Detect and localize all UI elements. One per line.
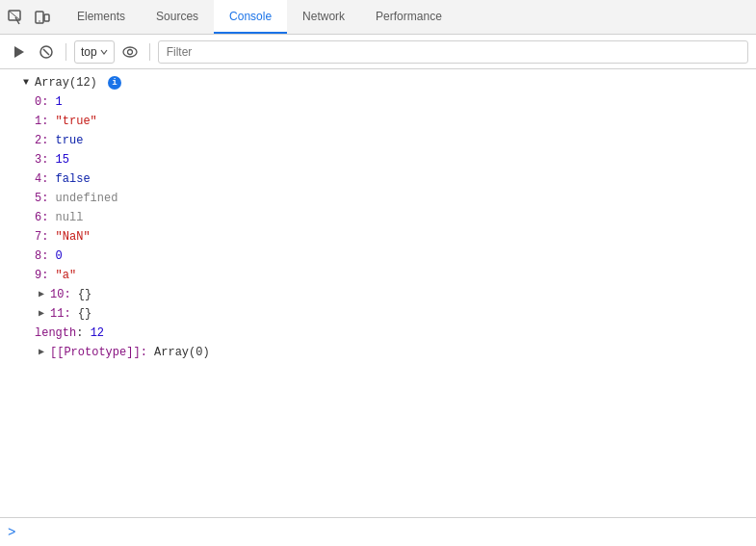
svg-point-8 [127,49,132,54]
collapse-triangle-11[interactable]: ▶ [35,305,48,323]
list-item: 2: true [0,131,756,150]
array-label: Array(12) i [35,74,121,91]
console-output: ▼ Array(12) i 0: 1 1: "true" 2: true 3: … [0,69,756,517]
tab-performance[interactable]: Performance [360,0,457,34]
console-toolbar: top [0,35,756,69]
chevron-down-icon [100,48,108,56]
clear-console-button[interactable] [8,40,31,64]
cursor-icon [8,10,23,25]
device-icon [35,10,50,25]
tab-sources[interactable]: Sources [141,0,214,34]
list-item-collapsed-11[interactable]: ▶ 11: {} [0,304,756,324]
list-item: 3: 15 [0,150,756,169]
eye-button[interactable] [118,40,142,64]
device-toolbar-button[interactable] [31,6,54,29]
collapse-triangle-prototype[interactable]: ▶ [35,344,48,361]
play-icon [13,45,26,59]
eye-icon [122,46,138,58]
list-item: 6: null [0,208,756,227]
info-badge: i [108,76,121,90]
list-item: 5: undefined [0,189,756,208]
svg-point-7 [123,47,137,57]
inspect-element-button[interactable] [4,6,27,29]
list-item: 4: false [0,169,756,189]
context-selector[interactable]: top [74,40,115,64]
svg-point-3 [39,20,40,22]
array-header[interactable]: ▼ Array(12) i [0,73,756,92]
console-input-row: > [0,517,756,546]
tab-console[interactable]: Console [214,0,287,34]
console-input[interactable] [21,526,29,539]
svg-line-6 [43,49,49,55]
prototype-row[interactable]: ▶ [[Prototype]]: Array(0) [0,343,756,362]
filter-input[interactable] [158,40,748,64]
list-item: 7: "NaN" [0,227,756,247]
tab-network[interactable]: Network [287,0,360,34]
list-item: 9: "a" [0,266,756,285]
toolbar-divider-2 [149,43,150,61]
list-item: 0: 1 [0,92,756,112]
list-item: 1: "true" [0,112,756,131]
tab-elements[interactable]: Elements [62,0,141,34]
stop-icon [39,45,53,59]
collapse-triangle-10[interactable]: ▶ [35,286,48,303]
svg-rect-2 [44,14,49,21]
toolbar-divider-1 [65,43,66,61]
devtools-icons [4,6,54,29]
console-prompt: > [8,525,15,540]
list-item-collapsed-10[interactable]: ▶ 10: {} [0,285,756,304]
length-row: length : 12 [0,324,756,343]
expand-triangle[interactable]: ▼ [19,74,33,91]
tabs-bar: Elements Sources Console Network Perform… [0,0,756,35]
svg-marker-4 [14,46,24,58]
stop-button[interactable] [35,40,58,64]
list-item: 8: 0 [0,247,756,266]
